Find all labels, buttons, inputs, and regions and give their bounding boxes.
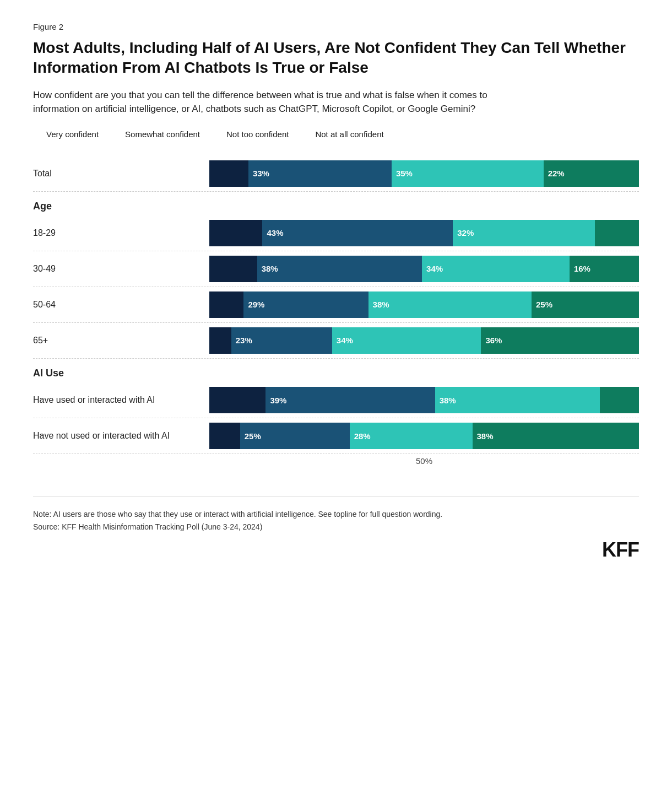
- row-label: 30-49: [33, 263, 209, 275]
- bar-segment-medium-blue: 33%: [248, 160, 392, 187]
- bar-segment-dark-teal: 16%: [570, 256, 639, 282]
- figure-label: Figure 2: [33, 22, 639, 31]
- bar-segment-dark-teal: 38%: [473, 423, 639, 449]
- fifty-label: 50%: [33, 454, 639, 474]
- bar-segment-teal: 35%: [392, 160, 544, 187]
- legend-item: Not at all confident: [302, 129, 383, 139]
- chart-row: Have used or interacted with AI39%38%: [33, 382, 639, 418]
- bar-segment-dark-navy: [209, 256, 257, 282]
- chart-row: 30-4938%34%16%: [33, 251, 639, 287]
- bar-container: 38%34%16%: [209, 256, 639, 282]
- legend-label: Not at all confident: [315, 129, 383, 139]
- bar-segment-teal: 38%: [368, 291, 532, 318]
- row-label: Have used or interacted with AI: [33, 394, 209, 406]
- bar-segment-medium-blue: 43%: [262, 220, 453, 246]
- bar-segment-dark-navy: [209, 160, 248, 187]
- chart-row: 50-6429%38%25%: [33, 287, 639, 323]
- kff-logo: KFF: [602, 538, 639, 562]
- legend-item: Not too confident: [213, 129, 289, 139]
- bar-container: 43%32%: [209, 220, 639, 246]
- legend-label: Not too confident: [226, 129, 289, 139]
- bar-segment-dark-navy: [209, 423, 240, 449]
- bar-segment-medium-blue: 38%: [257, 256, 422, 282]
- bar-segment-dark-teal: [595, 220, 639, 246]
- chart-area: Total33%35%22%Age18-2943%32%30-4938%34%1…: [33, 156, 639, 454]
- row-label: 18-29: [33, 227, 209, 239]
- row-label: 50-64: [33, 299, 209, 311]
- bar-container: 39%38%: [209, 387, 639, 413]
- bar-segment-medium-blue: 29%: [243, 291, 368, 318]
- legend-swatch: [302, 129, 312, 139]
- chart-row: Age: [33, 192, 639, 215]
- bar-container: 23%34%36%: [209, 327, 639, 354]
- chart-title: Most Adults, Including Half of AI Users,…: [33, 38, 639, 78]
- row-label: 65+: [33, 334, 209, 347]
- bar-segment-dark-navy: [209, 327, 231, 354]
- bar-segment-dark-teal: 22%: [544, 160, 639, 187]
- bar-segment-teal: 34%: [422, 256, 570, 282]
- notes-text: Note: AI users are those who say that th…: [33, 508, 639, 520]
- legend-label: Very confident: [46, 129, 99, 139]
- source-text: Source: KFF Health Misinformation Tracki…: [33, 521, 639, 533]
- chart-row: AI Use: [33, 359, 639, 382]
- legend-swatch: [33, 129, 43, 139]
- bar-segment-teal: 28%: [350, 423, 473, 449]
- legend: Very confidentSomewhat confidentNot too …: [33, 129, 639, 139]
- bar-segment-teal: 34%: [332, 327, 481, 354]
- chart-row: 65+23%34%36%: [33, 323, 639, 359]
- bar-segment-dark-teal: 36%: [481, 327, 639, 354]
- bar-container: 29%38%25%: [209, 291, 639, 318]
- legend-swatch: [213, 129, 223, 139]
- subtitle: How confident are you that you can tell …: [33, 88, 529, 116]
- bar-segment-teal: 38%: [435, 387, 600, 413]
- bar-segment-dark-navy: [209, 387, 265, 413]
- bar-container: 33%35%22%: [209, 160, 639, 187]
- section-header-label: AI Use: [33, 366, 209, 380]
- bar-segment-teal: 32%: [453, 220, 594, 246]
- legend-item: Somewhat confident: [112, 129, 200, 139]
- bar-segment-medium-blue: 23%: [231, 327, 332, 354]
- bar-segment-dark-navy: [209, 220, 262, 246]
- chart-row: 18-2943%32%: [33, 215, 639, 251]
- chart-row: Have not used or interacted with AI25%28…: [33, 418, 639, 454]
- section-header-label: Age: [33, 199, 209, 213]
- bar-segment-dark-navy: [209, 291, 243, 318]
- legend-item: Very confident: [33, 129, 99, 139]
- bar-container: 25%28%38%: [209, 423, 639, 449]
- row-label: Have not used or interacted with AI: [33, 430, 209, 442]
- bar-segment-medium-blue: 25%: [240, 423, 350, 449]
- bar-segment-dark-teal: 25%: [532, 291, 639, 318]
- row-label: Total: [33, 168, 209, 180]
- bar-segment-medium-blue: 39%: [265, 387, 435, 413]
- bar-segment-dark-teal: [600, 387, 639, 413]
- legend-swatch: [112, 129, 122, 139]
- notes-area: Note: AI users are those who say that th…: [33, 496, 639, 533]
- legend-label: Somewhat confident: [125, 129, 200, 139]
- chart-row: Total33%35%22%: [33, 156, 639, 192]
